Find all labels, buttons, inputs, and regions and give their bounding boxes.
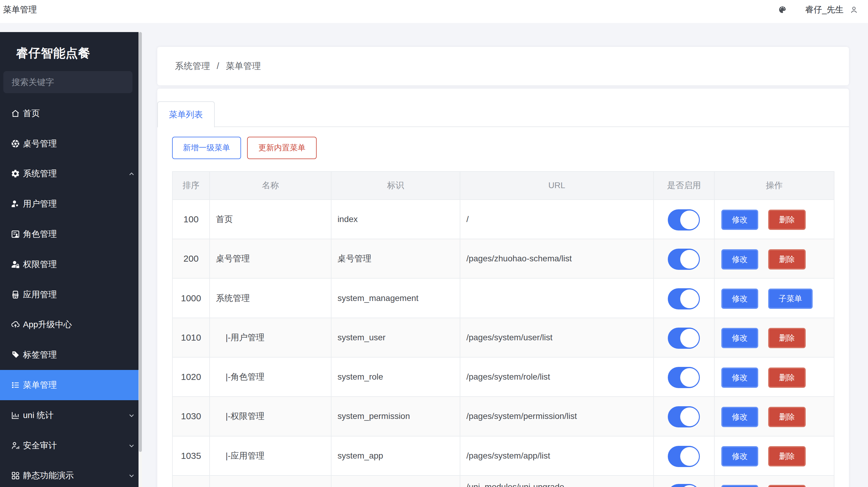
- svg-text:APP: APP: [13, 294, 18, 296]
